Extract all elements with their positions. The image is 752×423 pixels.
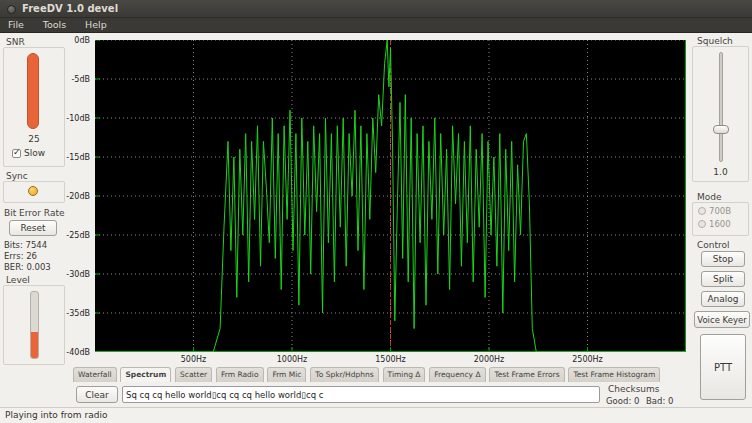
statusbar: Playing into from radio bbox=[0, 407, 752, 423]
spectrum-trace bbox=[95, 40, 686, 352]
y-tick-label: -10dB bbox=[54, 114, 90, 123]
radio-700b[interactable]: 700B bbox=[698, 206, 731, 216]
squelch-label: Squelch bbox=[697, 36, 733, 46]
y-tick-label: -40dB bbox=[54, 348, 90, 357]
radio-icon bbox=[698, 220, 706, 228]
voice-keyer-button[interactable]: Voice Keyer bbox=[694, 311, 750, 328]
y-tick-label: -35dB bbox=[54, 309, 90, 318]
menu-tools[interactable]: Tools bbox=[35, 18, 74, 32]
y-tick-label: 0dB bbox=[54, 36, 90, 45]
tab-timing-delta[interactable]: Timing Δ bbox=[383, 367, 426, 382]
squelch-slider[interactable] bbox=[719, 52, 723, 162]
x-tick-label: 1000Hz bbox=[277, 355, 308, 364]
menu-file[interactable]: File bbox=[0, 18, 32, 32]
y-tick-label: -5dB bbox=[54, 75, 90, 84]
radio-icon bbox=[698, 207, 706, 215]
sync-led-icon bbox=[28, 186, 38, 196]
checksum-bad: Bad: 0 bbox=[646, 396, 673, 406]
snr-gauge bbox=[27, 53, 39, 129]
slow-checkbox[interactable]: Slow bbox=[12, 148, 45, 158]
spectrum-plot[interactable] bbox=[95, 40, 686, 352]
close-icon[interactable] bbox=[7, 5, 16, 14]
tab-to-spkr-hdphns[interactable]: To Spkr/Hdphns bbox=[310, 367, 378, 382]
level-meter-fill bbox=[31, 332, 38, 358]
y-tick-label: -20dB bbox=[54, 192, 90, 201]
radio-1600[interactable]: 1600 bbox=[698, 219, 731, 229]
tab-frequency-delta[interactable]: Frequency Δ bbox=[429, 367, 485, 382]
checksums-label: Checksums bbox=[608, 384, 660, 394]
analog-button[interactable]: Analog bbox=[701, 291, 745, 307]
tab-bar: Waterfall Spectrum Scatter Frm Radio Frm… bbox=[73, 367, 661, 382]
x-tick-label: 2500Hz bbox=[572, 355, 603, 364]
ptt-button[interactable]: PTT bbox=[700, 334, 746, 400]
tab-frm-radio[interactable]: Frm Radio bbox=[216, 367, 264, 382]
split-button[interactable]: Split bbox=[701, 271, 745, 287]
x-axis-labels: 500Hz1000Hz1500Hz2000Hz2500Hz bbox=[95, 355, 686, 365]
tab-waterfall[interactable]: Waterfall bbox=[73, 367, 117, 382]
mode-label: Mode bbox=[697, 192, 722, 202]
errs-value: Errs: 26 bbox=[4, 251, 37, 261]
menubar: File Tools Help bbox=[0, 18, 752, 33]
titlebar: FreeDV 1.0 devel bbox=[0, 0, 752, 18]
clear-button[interactable]: Clear bbox=[76, 386, 118, 403]
x-tick-label: 500Hz bbox=[181, 355, 206, 364]
ber-value: BER: 0.003 bbox=[4, 262, 51, 272]
x-tick-label: 1500Hz bbox=[375, 355, 406, 364]
reset-button[interactable]: Reset bbox=[9, 220, 57, 236]
x-tick-label: 2000Hz bbox=[474, 355, 505, 364]
menu-help[interactable]: Help bbox=[77, 18, 115, 32]
squelch-value: 1.0 bbox=[692, 167, 749, 177]
tab-scatter[interactable]: Scatter bbox=[175, 367, 212, 382]
stop-button[interactable]: Stop bbox=[701, 251, 745, 267]
checkbox-icon bbox=[12, 149, 21, 158]
slow-label: Slow bbox=[24, 148, 45, 158]
tab-frm-mic[interactable]: Frm Mic bbox=[267, 367, 306, 382]
y-tick-label: -30dB bbox=[54, 270, 90, 279]
radio-700b-label: 700B bbox=[709, 206, 731, 216]
snr-label: SNR bbox=[6, 37, 25, 47]
tab-test-frame-errors[interactable]: Test Frame Errors bbox=[489, 367, 564, 382]
level-label: Level bbox=[6, 275, 30, 285]
checksum-good: Good: 0 bbox=[606, 396, 639, 406]
tab-test-frame-histogram[interactable]: Test Frame Histogram bbox=[568, 367, 660, 382]
window-title: FreeDV 1.0 devel bbox=[22, 0, 118, 18]
y-tick-label: -25dB bbox=[54, 231, 90, 240]
squelch-slider-handle[interactable] bbox=[713, 125, 729, 134]
y-tick-label: -15dB bbox=[54, 153, 90, 162]
tx-text-input[interactable] bbox=[122, 386, 600, 403]
sync-label: Sync bbox=[6, 171, 28, 181]
level-meter bbox=[30, 291, 39, 359]
tab-spectrum[interactable]: Spectrum bbox=[120, 367, 171, 382]
control-label: Control bbox=[697, 240, 730, 250]
bits-value: Bits: 7544 bbox=[4, 240, 47, 250]
radio-1600-label: 1600 bbox=[709, 219, 731, 229]
status-text: Playing into from radio bbox=[5, 410, 107, 420]
y-axis-labels: 0dB-5dB-10dB-15dB-20dB-25dB-30dB-35dB-40… bbox=[56, 40, 92, 352]
